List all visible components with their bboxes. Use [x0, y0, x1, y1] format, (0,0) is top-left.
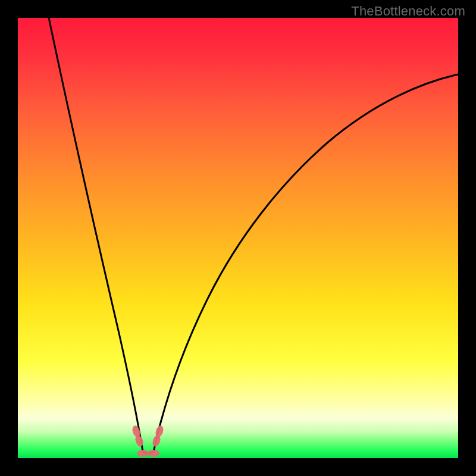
curve-layer	[18, 18, 458, 458]
plot-area	[18, 18, 458, 458]
watermark-text: TheBottleneck.com	[351, 4, 465, 19]
curve-left-branch	[49, 18, 143, 452]
curve-right-branch	[154, 74, 458, 452]
chart-frame: TheBottleneck.com	[0, 0, 476, 476]
marker-floor-left	[137, 450, 149, 457]
marker-floor-right	[148, 450, 159, 457]
marker-group	[131, 425, 165, 457]
